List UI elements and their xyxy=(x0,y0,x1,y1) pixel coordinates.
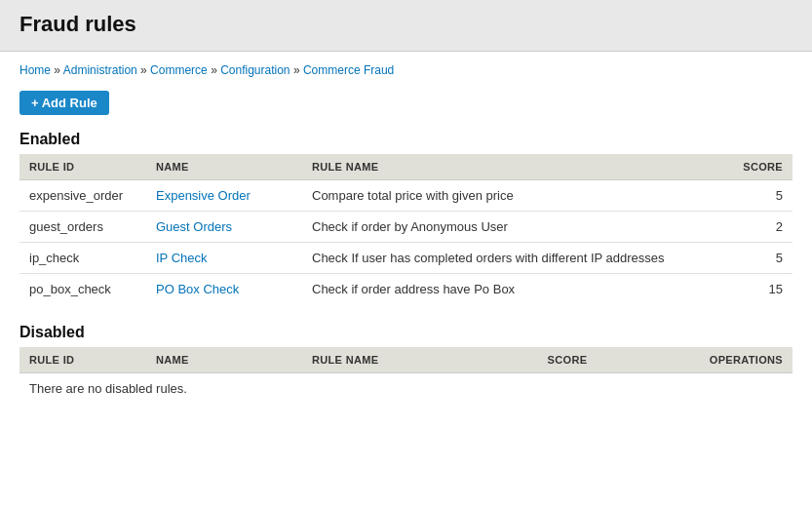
rule-name-link[interactable]: Guest Orders xyxy=(156,219,232,234)
disabled-rules-table: RULE ID NAME RULE NAME SCORE OPERATIONS … xyxy=(19,347,793,404)
rule-id-cell: po_box_check xyxy=(19,274,146,305)
rule-score-cell: 15 xyxy=(733,274,793,305)
rule-score-cell: 5 xyxy=(733,180,793,212)
rule-description-cell: Check if order address have Po Box xyxy=(302,274,733,305)
breadcrumb-administration[interactable]: Administration xyxy=(63,63,137,77)
enabled-col-score: SCORE xyxy=(733,154,793,180)
enabled-table-header-row: RULE ID NAME RULE NAME SCORE xyxy=(19,154,793,180)
rule-name-link-cell[interactable]: PO Box Check xyxy=(146,274,302,305)
enabled-col-rule-id: RULE ID xyxy=(19,154,146,180)
add-rule-button[interactable]: + Add Rule xyxy=(19,91,109,115)
page-title-bar: Fraud rules xyxy=(0,0,812,52)
rule-name-link[interactable]: PO Box Check xyxy=(156,282,239,296)
rule-id-cell: guest_orders xyxy=(19,212,146,243)
table-row: guest_ordersGuest OrdersCheck if order b… xyxy=(19,212,793,243)
breadcrumb-commerce[interactable]: Commerce xyxy=(150,63,208,77)
rule-name-link[interactable]: Expensive Order xyxy=(156,188,251,203)
rule-description-cell: Check If user has completed orders with … xyxy=(302,243,733,274)
table-row: ip_checkIP CheckCheck If user has comple… xyxy=(19,243,793,274)
disabled-col-rule-name: RULE NAME xyxy=(302,347,538,373)
page-title: Fraud rules xyxy=(19,12,793,37)
rule-description-cell: Compare total price with given price xyxy=(302,180,733,212)
breadcrumb-configuration[interactable]: Configuration xyxy=(220,63,290,77)
rule-name-link[interactable]: IP Check xyxy=(156,251,208,265)
enabled-section-heading: Enabled xyxy=(19,131,793,148)
rule-name-link-cell[interactable]: IP Check xyxy=(146,243,302,274)
breadcrumb-home[interactable]: Home xyxy=(19,63,51,77)
enabled-col-name: NAME xyxy=(146,154,302,180)
table-row: expensive_orderExpensive OrderCompare to… xyxy=(19,180,793,212)
breadcrumb-commerce-fraud[interactable]: Commerce Fraud xyxy=(303,63,394,77)
breadcrumb: Home » Administration » Commerce » Confi… xyxy=(19,63,793,77)
rule-name-link-cell[interactable]: Expensive Order xyxy=(146,180,302,212)
rule-id-cell: expensive_order xyxy=(19,180,146,212)
rule-name-link-cell[interactable]: Guest Orders xyxy=(146,212,302,243)
table-row: po_box_checkPO Box CheckCheck if order a… xyxy=(19,274,793,305)
enabled-rules-table: RULE ID NAME RULE NAME SCORE expensive_o… xyxy=(19,154,793,304)
rule-score-cell: 5 xyxy=(733,243,793,274)
no-disabled-rules-row: There are no disabled rules. xyxy=(19,373,793,405)
rule-description-cell: Check if order by Anonymous User xyxy=(302,212,733,243)
disabled-col-score: SCORE xyxy=(538,347,700,373)
enabled-col-rule-name: RULE NAME xyxy=(302,154,733,180)
disabled-section-heading: Disabled xyxy=(19,324,793,341)
no-disabled-rules-text: There are no disabled rules. xyxy=(19,373,793,405)
rule-id-cell: ip_check xyxy=(19,243,146,274)
rule-score-cell: 2 xyxy=(733,212,793,243)
disabled-table-header-row: RULE ID NAME RULE NAME SCORE OPERATIONS xyxy=(19,347,793,373)
disabled-col-operations: OPERATIONS xyxy=(700,347,793,373)
disabled-col-rule-id: RULE ID xyxy=(19,347,146,373)
disabled-col-name: NAME xyxy=(146,347,302,373)
